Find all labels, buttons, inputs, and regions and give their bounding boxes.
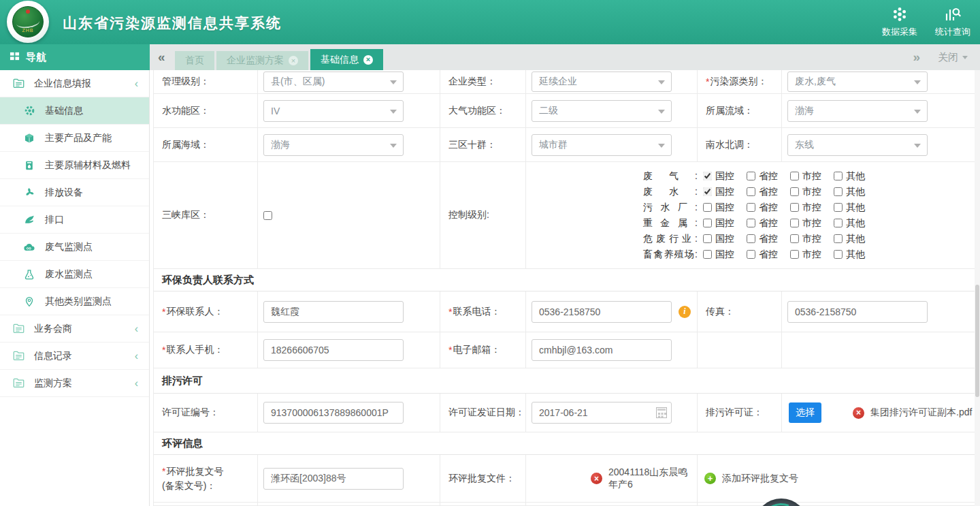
- control-level-checkbox[interactable]: [703, 219, 712, 227]
- sidebar-item-gas-monitoring-points[interactable]: 废气监测点: [0, 234, 149, 261]
- three-zones-ten-clusters-select[interactable]: 城市群: [532, 134, 672, 156]
- control-level-checkbox[interactable]: [747, 250, 755, 259]
- sea-area-select[interactable]: 渤海: [263, 134, 404, 156]
- tab-close-icon[interactable]: ×: [363, 55, 373, 65]
- control-level-checkbox[interactable]: [747, 203, 755, 212]
- eia-doc-input[interactable]: [263, 468, 404, 490]
- outfall-icon: [23, 214, 35, 226]
- flask-icon: [23, 268, 35, 281]
- sanxia-checkbox[interactable]: [263, 211, 272, 220]
- contact-phone-label: *联系电话：: [440, 291, 525, 332]
- sidebar-group-business-consult[interactable]: 业务会商 ‹: [0, 315, 149, 343]
- select-value: 城市群: [539, 139, 568, 151]
- checkbox-label: 其他: [846, 202, 865, 214]
- eia-file-name[interactable]: 20041118山东晨鸣年产6: [608, 467, 697, 491]
- tab-bar: 导航 « 首页 企业监测方案 × 基础信息 × » 关闭: [0, 44, 980, 70]
- info-icon[interactable]: i: [679, 306, 691, 318]
- sidebar-item-label: 基础信息: [45, 105, 83, 117]
- control-row-label: 废气:: [643, 170, 698, 183]
- sidebar-item-basic-info[interactable]: 基础信息: [0, 97, 149, 125]
- control-level-checkbox[interactable]: [747, 234, 755, 243]
- control-level-checkbox[interactable]: [703, 187, 712, 196]
- control-level-checkbox[interactable]: [703, 234, 712, 243]
- control-level-checkbox[interactable]: [790, 203, 799, 212]
- sidebar-group-info-records[interactable]: 信息记录 ‹: [0, 343, 149, 370]
- data-collect-button[interactable]: 数据采集: [882, 5, 917, 38]
- sidebar-group-monitoring-plans[interactable]: 监测方案 ‹: [0, 370, 149, 397]
- stats-query-label: 统计查询: [935, 26, 970, 38]
- control-level-checkbox[interactable]: [834, 172, 843, 180]
- control-level-checkbox[interactable]: [790, 234, 799, 243]
- checkbox-label: 市控: [802, 202, 821, 214]
- close-menu-button[interactable]: 关闭: [938, 44, 968, 70]
- stats-query-button[interactable]: 统计查询: [935, 5, 970, 38]
- control-level-checkbox[interactable]: [790, 187, 799, 196]
- management-level-select[interactable]: 县(市、区属): [263, 72, 404, 92]
- logo-zhb-text: ZHB: [7, 28, 49, 33]
- add-eia-doc-button[interactable]: + 添加环评批复文号: [697, 455, 975, 502]
- sidebar-item-water-monitoring-points[interactable]: 废水监测点: [0, 261, 149, 288]
- checkbox-label: 其他: [846, 186, 865, 198]
- air-function-zone-select[interactable]: 二级: [532, 100, 672, 122]
- contact-phone-input[interactable]: [532, 301, 672, 323]
- tab-basic-info[interactable]: 基础信息 ×: [310, 49, 383, 70]
- tab-close-icon[interactable]: ×: [289, 56, 298, 65]
- control-level-checkbox[interactable]: [747, 219, 755, 227]
- tab-home[interactable]: 首页: [175, 51, 214, 70]
- control-level-label: 控制级别:: [440, 162, 525, 268]
- calendar-icon[interactable]: [656, 407, 667, 418]
- email-input[interactable]: [532, 339, 672, 361]
- map-pin-icon: [23, 296, 35, 308]
- checkbox-label: 其他: [846, 217, 865, 230]
- control-level-checkbox[interactable]: [834, 187, 843, 196]
- contact-person-input[interactable]: [263, 301, 404, 323]
- control-level-checkbox[interactable]: [834, 219, 843, 227]
- delete-file-icon[interactable]: ×: [853, 407, 864, 419]
- management-level-label: 管理级别：: [154, 70, 257, 93]
- basic-info-form: 管理级别： 县(市、区属) 企业类型： 延续企业 *污染源类别： 废水,废气 水…: [153, 70, 975, 506]
- control-level-checkbox[interactable]: [834, 250, 843, 259]
- select-value: 县(市、区属): [271, 76, 325, 88]
- scrollbar-track[interactable]: [975, 70, 980, 506]
- sanxia-reservoir-label: 三峡库区：: [154, 162, 257, 268]
- permit-file-name[interactable]: 集团排污许可证副本.pdf: [870, 407, 972, 419]
- enterprise-type-select[interactable]: 延续企业: [532, 72, 672, 92]
- control-level-checkbox[interactable]: [703, 203, 712, 212]
- basin-select[interactable]: 渤海: [787, 100, 928, 122]
- mobile-input[interactable]: [263, 339, 404, 361]
- permit-date-input[interactable]: [532, 402, 672, 424]
- control-level-checkbox[interactable]: [834, 203, 843, 212]
- south-north-water-select[interactable]: 东线: [787, 134, 928, 156]
- sidebar-item-raw-materials-fuel[interactable]: 主要原辅材料及燃料: [0, 152, 149, 179]
- water-function-zone-select[interactable]: IV: [263, 100, 404, 122]
- control-level-checkbox[interactable]: [747, 187, 755, 196]
- delete-file-icon[interactable]: ×: [591, 473, 602, 484]
- app-root: ZHB 山东省污染源监测信息共享系统 数据采集: [0, 0, 980, 506]
- pollution-source-type-select[interactable]: 废水,废气: [787, 72, 928, 92]
- permit-choose-button[interactable]: 选择: [789, 402, 821, 423]
- checkbox-label: 市控: [802, 186, 821, 198]
- control-level-checkbox[interactable]: [703, 172, 712, 180]
- control-level-checkbox[interactable]: [834, 234, 843, 243]
- tabs-scroll-left-button[interactable]: «: [158, 44, 165, 70]
- control-level-checkbox[interactable]: [790, 250, 799, 259]
- permit-number-input[interactable]: [263, 402, 404, 424]
- sidebar-item-outlet[interactable]: 排口: [0, 206, 149, 234]
- scrollbar-thumb[interactable]: [975, 285, 979, 397]
- sidebar-group-company-info[interactable]: 企业信息填报 ‹: [0, 70, 149, 97]
- sidebar-item-products-capacity[interactable]: 主要产品及产能: [0, 125, 149, 152]
- folder-icon: [12, 377, 24, 390]
- sidebar-item-label: 其他类别监测点: [45, 296, 112, 308]
- fax-input[interactable]: [787, 301, 928, 323]
- chevron-down-icon: [390, 80, 397, 84]
- basin-label: 所属流域：: [697, 94, 781, 127]
- sidebar-item-other-monitoring-points[interactable]: 其他类别监测点: [0, 288, 149, 315]
- control-level-checkbox[interactable]: [790, 219, 799, 227]
- mobile-label: *联系人手机：: [154, 332, 257, 368]
- tab-enterprise-plan[interactable]: 企业监测方案 ×: [216, 51, 308, 70]
- control-level-checkbox[interactable]: [790, 172, 799, 180]
- control-level-checkbox[interactable]: [747, 172, 755, 180]
- control-level-checkbox[interactable]: [703, 250, 712, 259]
- sidebar-item-emission-equipment[interactable]: 排放设备: [0, 179, 149, 206]
- tabs-scroll-right-button[interactable]: »: [913, 44, 920, 70]
